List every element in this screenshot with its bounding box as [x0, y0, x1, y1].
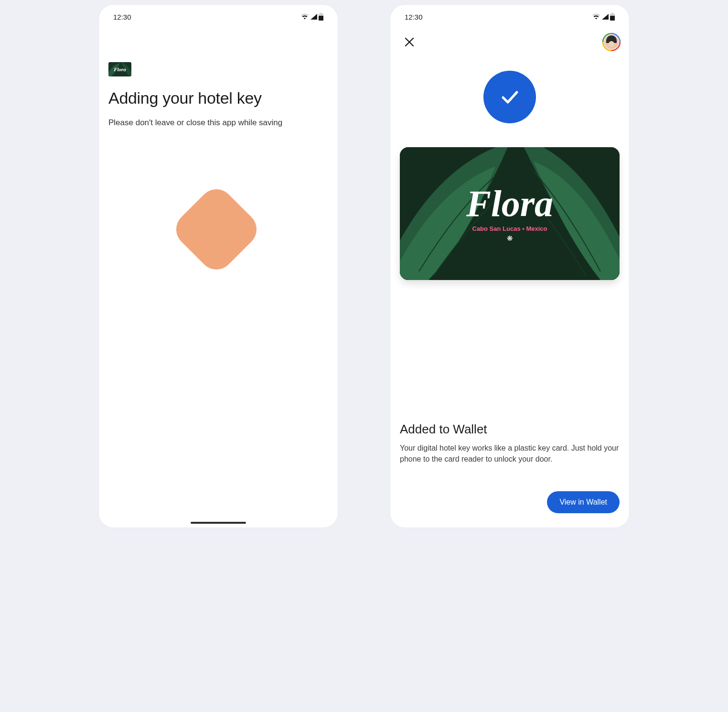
battery-icon: [610, 13, 615, 21]
loading-indicator: [169, 182, 264, 277]
account-avatar[interactable]: [603, 34, 620, 50]
app-bar: [390, 24, 629, 52]
hotel-key-card[interactable]: Flora Cabo San Lucas • Mexico ❋: [400, 147, 620, 280]
battery-icon: [319, 13, 323, 21]
page-subtext: Please don't leave or close this app whi…: [108, 118, 328, 128]
status-bar: 12:30: [99, 5, 338, 24]
success-indicator: [483, 71, 536, 123]
status-bar: 12:30: [390, 5, 629, 24]
home-indicator[interactable]: [191, 522, 246, 524]
status-icons: [300, 13, 323, 21]
close-button[interactable]: [400, 32, 419, 52]
svg-rect-2: [610, 16, 615, 21]
svg-rect-0: [319, 16, 323, 21]
phone-screen-added: 12:30: [390, 5, 629, 528]
avatar-face: [605, 35, 618, 49]
hotel-location: Cabo San Lucas • Mexico: [472, 225, 547, 232]
status-time: 12:30: [113, 13, 131, 21]
wifi-icon: [300, 13, 309, 20]
hotel-card-ornament-icon: ❋: [507, 234, 513, 243]
checkmark-icon: [496, 84, 523, 110]
page-heading: Adding your hotel key: [108, 89, 328, 108]
hotel-key-thumbnail-brand: Flora: [114, 66, 126, 72]
cell-signal-icon: [310, 13, 318, 20]
phone-screen-adding: 12:30 Flora Adding your hotel key Please…: [99, 5, 338, 528]
view-in-wallet-button[interactable]: View in Wallet: [547, 491, 620, 513]
status-time: 12:30: [405, 13, 423, 21]
added-description: Your digital hotel key works like a plas…: [400, 442, 620, 464]
wifi-icon: [592, 13, 600, 20]
close-icon: [404, 37, 415, 47]
cell-signal-icon: [601, 13, 609, 20]
added-title: Added to Wallet: [400, 422, 620, 437]
hotel-key-thumbnail: Flora: [108, 62, 131, 76]
hotel-brand-name: Flora: [466, 185, 553, 222]
status-icons: [592, 13, 615, 21]
